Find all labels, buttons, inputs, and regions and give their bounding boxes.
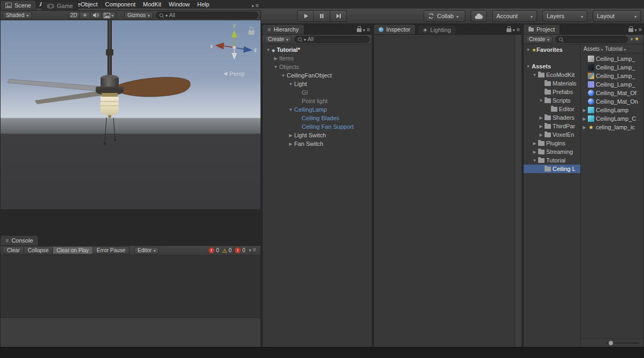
hierarchy-search-input[interactable]: All — [294, 36, 370, 43]
expand-arrow-icon[interactable]: ▼ — [280, 73, 287, 78]
project-create-dropdown[interactable]: Create — [526, 36, 553, 43]
project-folder-plugins[interactable]: ▶Plugins — [524, 139, 580, 147]
lock-icon[interactable] — [249, 27, 255, 35]
scene-viewport[interactable]: y x z Persp — [1, 20, 260, 209]
console-count-warning-icon[interactable]: 0 — [222, 247, 232, 254]
asset-ceiling-mat-of[interactable]: Ceiling_Mat_Of — [581, 89, 643, 97]
console-count-error-icon[interactable]: 0 — [209, 247, 219, 253]
tab-hierarchy[interactable]: Hierarchy — [262, 24, 304, 34]
layout-dropdown[interactable]: Layout — [593, 10, 641, 22]
expand-arrow-icon[interactable]: ▶ — [287, 133, 294, 138]
zoom-slider-handle[interactable] — [609, 341, 613, 345]
layers-dropdown[interactable]: Layers — [542, 10, 587, 22]
breadcrumb-tutorial[interactable]: Tutorial — [605, 46, 623, 52]
expand-arrow-icon[interactable]: ▶ — [581, 108, 588, 113]
scene-audio-toggle[interactable] — [90, 12, 102, 19]
project-folder-prefabs[interactable]: Prefabs — [524, 88, 580, 96]
asset-ceiling-lamp[interactable]: Ceiling_Lamp_ — [581, 72, 643, 80]
console-error-pause-button[interactable]: Error Pause — [93, 246, 129, 254]
expand-arrow-icon[interactable]: ▼ — [287, 107, 294, 112]
console-clear-button[interactable]: Clear — [3, 246, 24, 254]
asset-ceiling-lamp[interactable]: Ceiling_Lamp_ — [581, 55, 643, 63]
expand-arrow-icon[interactable]: ▶ — [272, 56, 279, 61]
2d-toggle-button[interactable]: 2D — [68, 12, 80, 19]
project-folder-voxelen[interactable]: ▶VoxelEn — [524, 130, 580, 139]
hierarchy-item-light[interactable]: ▼Light — [263, 80, 372, 88]
hierarchy-item-objects[interactable]: ▼Objects — [263, 63, 372, 71]
panel-menu[interactable] — [249, 246, 258, 254]
asset-ceilinglamp[interactable]: ▶CeilingLamp — [581, 106, 643, 114]
account-dropdown[interactable]: Account — [492, 10, 537, 22]
project-folder-thirdpar[interactable]: ▶ThirdPar — [524, 122, 580, 130]
pause-button[interactable] — [314, 10, 331, 22]
expand-arrow-icon[interactable]: ▼ — [272, 65, 279, 69]
panel-menu[interactable] — [252, 2, 261, 10]
asset-celing-lamp-ic[interactable]: ▶celing_lamp_ic — [581, 123, 643, 131]
project-search-input[interactable] — [555, 36, 628, 43]
console-collapse-button[interactable]: Collapse — [24, 246, 53, 254]
panel-menu[interactable] — [507, 26, 522, 34]
hierarchy-item-tutorial[interactable]: ▼Tutorial* — [263, 45, 372, 54]
expand-arrow-icon[interactable]: ▼ — [531, 158, 538, 163]
hierarchy-item-light-switch[interactable]: ▶Light Switch — [263, 131, 372, 139]
expand-arrow-icon[interactable]: ▶ — [581, 125, 588, 130]
hierarchy-create-dropdown[interactable]: Create — [265, 36, 292, 43]
shaded-dropdown[interactable]: Shaded — [3, 12, 32, 19]
project-folder-scripts[interactable]: ▼Scripts — [524, 96, 580, 105]
thumbnail-zoom-slider[interactable] — [606, 343, 639, 344]
expand-arrow-icon[interactable]: ▼ — [525, 64, 532, 69]
tab-lighting[interactable]: Lighting — [417, 25, 456, 34]
hierarchy-item-fan-switch[interactable]: ▶Fan Switch — [263, 139, 372, 148]
inspector-scrollbar[interactable] — [515, 35, 522, 347]
hierarchy-item-ceilinglamp[interactable]: ▼CeilingLamp — [263, 105, 372, 114]
expand-arrow-icon[interactable]: ▶ — [287, 142, 294, 146]
tab-console[interactable]: Console — [0, 235, 39, 245]
project-folder-streaming[interactable]: ▶Streaming — [524, 147, 580, 156]
expand-arrow-icon[interactable]: ▼ — [265, 48, 272, 52]
expand-arrow-icon[interactable]: ▶ — [531, 150, 538, 154]
search-by-type-icon[interactable] — [631, 35, 633, 42]
persp-toggle[interactable]: Persp — [224, 71, 245, 77]
project-folder-materials[interactable]: Materials — [524, 79, 580, 88]
scene-effects-dropdown[interactable] — [102, 12, 116, 19]
asset-ceiling-lamp[interactable]: Ceiling_Lamp_ — [581, 63, 643, 72]
tab-scene[interactable]: Scene — [0, 0, 36, 10]
asset-ceiling-mat-on[interactable]: Ceiling_Mat_On — [581, 97, 643, 106]
gizmos-dropdown[interactable]: Gizmos — [124, 12, 153, 19]
expand-arrow-icon[interactable]: ▶ — [581, 116, 588, 121]
panel-menu[interactable] — [628, 26, 644, 34]
project-folder-ecomodkit[interactable]: ▼EcoModKit — [524, 71, 580, 79]
project-folder-favorites[interactable]: ▼Favorites — [524, 45, 580, 54]
panel-menu[interactable] — [357, 26, 372, 34]
step-button[interactable] — [331, 10, 347, 22]
console-clear-on-play-button[interactable]: Clear on Play — [53, 246, 93, 254]
ceiling-fan-object[interactable] — [7, 20, 190, 145]
expand-arrow-icon[interactable]: ▼ — [287, 82, 294, 87]
console-detail-pane[interactable] — [1, 318, 260, 347]
project-folder-editor[interactable]: Editor — [524, 105, 580, 113]
expand-arrow-icon[interactable]: ▶ — [538, 124, 545, 129]
project-folder-tutorial[interactable]: ▼Tutorial — [524, 156, 580, 165]
scene-search-input[interactable]: All — [156, 12, 258, 19]
play-button[interactable] — [297, 10, 314, 22]
expand-arrow-icon[interactable]: ▼ — [531, 73, 538, 77]
expand-arrow-icon[interactable]: ▶ — [538, 115, 545, 120]
scene-lighting-toggle[interactable] — [80, 12, 90, 19]
console-count-error-badge-icon[interactable]: 0 — [235, 247, 246, 253]
expand-arrow-icon[interactable]: ▼ — [525, 48, 532, 52]
hierarchy-item-ceilingfanobject[interactable]: ▼CeilingFanObject — [263, 71, 372, 80]
expand-arrow-icon[interactable]: ▼ — [538, 98, 545, 103]
hierarchy-item-gi[interactable]: GI — [263, 88, 372, 97]
hierarchy-item-items[interactable]: ▶Items — [263, 54, 372, 63]
tab-inspector[interactable]: Inspector — [373, 24, 416, 34]
console-log-list[interactable] — [1, 255, 260, 318]
project-folder-assets[interactable]: ▼Assets — [524, 62, 580, 71]
asset-ceiling-lamp[interactable]: Ceiling_Lamp_ — [581, 80, 643, 89]
tab-game[interactable]: Game — [42, 1, 78, 10]
cloud-services-button[interactable] — [471, 10, 487, 22]
hierarchy-item-ceiling-blades[interactable]: Ceiling Blades — [263, 114, 372, 122]
search-by-label-icon[interactable] — [634, 35, 639, 42]
expand-arrow-icon[interactable]: ▶ — [538, 133, 545, 137]
hierarchy-item-point-light[interactable]: Point light — [263, 97, 372, 105]
asset-ceilinglamp-c[interactable]: ▶CeilingLamp_C — [581, 114, 643, 123]
